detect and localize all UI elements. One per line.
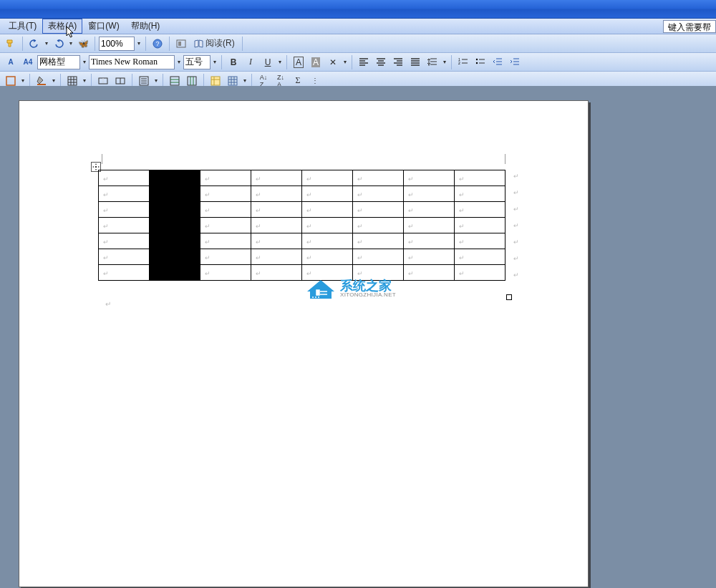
table-cell[interactable]: ↵ [99, 233, 150, 249]
table-cell[interactable]: ↵ [251, 218, 302, 233]
indent-button[interactable] [507, 54, 523, 70]
table-cell[interactable]: ↵ [251, 249, 302, 265]
document-table[interactable]: ↵↵↵↵↵↵↵↵↵↵↵↵↵↵↵↵↵↵↵↵↵↵↵↵↵↵↵↵↵↵↵↵↵↵↵↵↵↵↵↵… [98, 170, 505, 281]
table-cell[interactable]: ↵ [99, 265, 150, 281]
table-cell[interactable]: ↵ [404, 265, 455, 281]
table-cell[interactable]: ↵ [302, 233, 353, 249]
annotations-button[interactable]: 🦋 [75, 36, 91, 52]
zoom-input[interactable] [99, 37, 135, 51]
table-cell[interactable]: ↵ [302, 186, 353, 202]
undo-button[interactable] [26, 36, 42, 52]
table-cell[interactable] [150, 249, 200, 265]
menu-window[interactable]: 窗口(W) [82, 19, 125, 34]
line-spacing-dropdown[interactable]: ▾ [442, 59, 448, 65]
table-cell[interactable]: ↵ [99, 218, 150, 233]
table-cell[interactable]: ↵ [404, 170, 455, 186]
align-left-button[interactable] [356, 54, 372, 70]
table-cell[interactable]: ↵ [353, 186, 404, 202]
align-cell-dropdown[interactable]: ▾ [153, 77, 159, 84]
format-painter-button[interactable] [3, 36, 19, 52]
table-cell[interactable]: ↵ [200, 265, 251, 281]
bullets-button[interactable] [473, 54, 488, 70]
table-resize-handle[interactable] [506, 294, 512, 300]
table-cell[interactable]: ↵ [404, 218, 455, 233]
help-button[interactable]: ? [150, 36, 165, 52]
redo-button[interactable] [51, 36, 67, 52]
table-row[interactable]: ↵↵↵↵↵↵↵ [99, 233, 505, 249]
redo-dropdown[interactable]: ▾ [68, 40, 74, 47]
table-cell[interactable]: ↵ [455, 218, 505, 233]
bold-button[interactable]: B [226, 54, 241, 70]
font-dropdown[interactable]: ▾ [176, 59, 182, 65]
table-cell[interactable]: ↵ [200, 218, 251, 233]
size-dropdown[interactable]: ▾ [212, 59, 218, 65]
menu-table[interactable]: 表格(A) [42, 19, 82, 34]
table-cell[interactable]: ↵ [302, 170, 353, 186]
table-row[interactable]: ↵↵↵↵↵↵↵ [99, 202, 505, 218]
table-cell[interactable]: ↵ [353, 233, 404, 249]
show-para-button[interactable] [173, 36, 189, 52]
table-cell[interactable]: ↵ [200, 249, 251, 265]
table-cell[interactable]: ↵ [200, 202, 251, 218]
table-cell[interactable]: ↵ [404, 249, 455, 265]
line-spacing-button[interactable] [425, 54, 440, 70]
style-dropdown[interactable]: ▾ [82, 59, 87, 65]
align-justify-button[interactable] [407, 54, 423, 70]
undo-dropdown[interactable]: ▾ [44, 40, 49, 47]
table-cell[interactable]: ↵ [99, 170, 150, 186]
table-cell[interactable]: ↵ [200, 170, 251, 186]
table-cell[interactable]: ↵ [99, 202, 150, 218]
table-row[interactable]: ↵↵↵↵↵↵↵ [99, 170, 505, 186]
outdent-button[interactable] [490, 54, 505, 70]
table-cell[interactable]: ↵ [455, 233, 505, 249]
shading-dropdown[interactable]: ▾ [51, 77, 57, 84]
table-cell[interactable]: ↵ [455, 249, 505, 265]
table-cell[interactable]: ↵ [99, 186, 150, 202]
underline-dropdown[interactable]: ▾ [277, 59, 283, 65]
char-tool[interactable]: A4 [20, 54, 36, 70]
table-cell[interactable]: ↵ [455, 170, 505, 186]
table-cell[interactable]: ↵ [455, 265, 505, 281]
char-scaling-button[interactable]: ✕ [325, 54, 341, 70]
zoom-dropdown[interactable]: ▾ [136, 40, 142, 47]
table-cell[interactable]: ↵ [302, 202, 353, 218]
table-cell[interactable]: ↵ [302, 218, 353, 233]
table-cell[interactable]: ↵ [200, 233, 251, 249]
table-cell[interactable]: ↵ [200, 186, 251, 202]
char-scaling-dropdown[interactable]: ▾ [342, 59, 348, 65]
read-button[interactable]: 阅读(R) [190, 36, 238, 52]
font-select[interactable] [89, 55, 175, 69]
table-cell[interactable] [150, 186, 200, 202]
table-cell[interactable]: ↵ [251, 186, 302, 202]
table-cell[interactable]: ↵ [302, 249, 353, 265]
menu-help[interactable]: 帮助(H) [125, 19, 166, 34]
table-cell[interactable]: ↵ [99, 249, 150, 265]
table-cell[interactable]: ↵ [251, 265, 302, 281]
table-cell[interactable] [150, 202, 200, 218]
table-cell[interactable]: ↵ [404, 233, 455, 249]
numbering-button[interactable]: 12 [455, 54, 471, 70]
table-cell[interactable] [150, 265, 200, 281]
underline-button[interactable]: U [260, 54, 276, 70]
table-cell[interactable]: ↵ [455, 202, 505, 218]
table-row[interactable]: ↵↵↵↵↵↵↵ [99, 265, 505, 281]
style-select[interactable] [37, 55, 80, 69]
table-row[interactable]: ↵↵↵↵↵↵↵ [99, 186, 505, 202]
table-cell[interactable] [150, 233, 200, 249]
table-cell[interactable]: ↵ [455, 186, 505, 202]
table-cell[interactable] [150, 170, 200, 186]
draw-table-dropdown[interactable]: ▾ [20, 77, 26, 84]
table-cell[interactable]: ↵ [251, 233, 302, 249]
table-cell[interactable]: ↵ [251, 170, 302, 186]
table-row[interactable]: ↵↵↵↵↵↵↵ [99, 218, 505, 233]
table-cell[interactable] [150, 218, 200, 233]
insert-table-dropdown[interactable]: ▾ [82, 77, 87, 84]
type-question-box[interactable]: 键入需要帮 [663, 20, 716, 33]
table-cell[interactable]: ↵ [404, 186, 455, 202]
table-cell[interactable]: ↵ [353, 218, 404, 233]
table-cell[interactable]: ↵ [404, 202, 455, 218]
align-center-button[interactable] [373, 54, 389, 70]
table-cell[interactable]: ↵ [353, 170, 404, 186]
document-page[interactable]: ↵↵↵↵↵↵↵↵↵↵↵↵↵↵↵↵↵↵↵↵↵↵↵↵↵↵↵↵↵↵↵↵↵↵↵↵↵↵↵↵… [19, 100, 589, 587]
menu-tools[interactable]: 工具(T) [3, 19, 42, 34]
